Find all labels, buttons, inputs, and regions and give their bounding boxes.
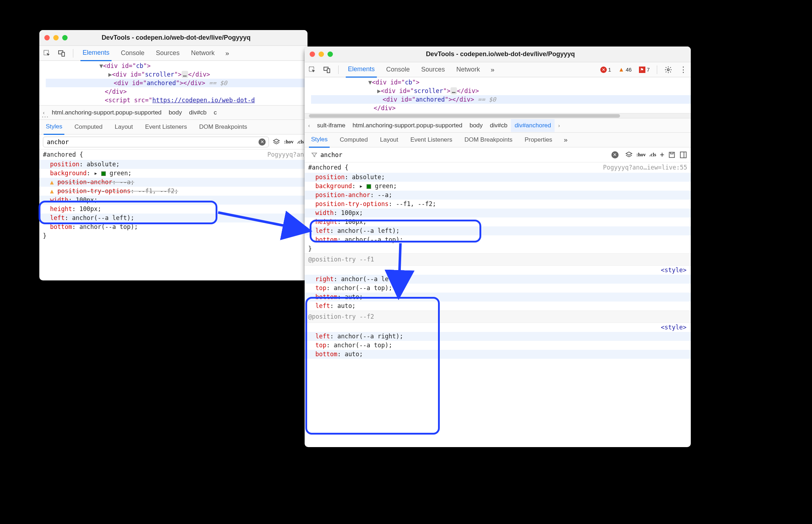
minimize-icon[interactable] xyxy=(53,35,59,40)
titlebar[interactable]: DevTools - codepen.io/web-dot-dev/live/P… xyxy=(39,30,307,46)
filter-input[interactable]: ✕ xyxy=(308,150,621,160)
svg-rect-7 xyxy=(669,152,675,157)
subtab-layout[interactable]: Layout xyxy=(378,133,400,147)
styles-tabbar: Styles Computed Layout Event Listeners D… xyxy=(39,119,307,134)
selected-node[interactable]: <div id="anchored"></div> == $0 xyxy=(311,95,691,104)
issues-badge[interactable]: ⚑7 xyxy=(639,67,650,73)
inspect-icon[interactable] xyxy=(43,49,51,57)
more-tabs-icon[interactable]: » xyxy=(224,49,231,57)
position-try-header[interactable]: @position-try --f2 xyxy=(305,310,691,323)
cls-button[interactable]: .cls xyxy=(297,139,304,145)
ellipsis-icon: ⋯ xyxy=(41,112,49,121)
clear-filter-icon[interactable]: ✕ xyxy=(611,151,619,158)
new-rule-icon[interactable]: + xyxy=(660,150,664,160)
color-swatch-icon[interactable] xyxy=(366,184,371,189)
filter-row: ✕ :hov .cls xyxy=(39,134,307,150)
breadcrumb[interactable]: ‹ html.anchoring-support.popup-supported… xyxy=(39,105,307,119)
horizontal-scrollbar[interactable] xyxy=(305,113,691,118)
window-title: DevTools - codepen.io/web-dot-dev/live/P… xyxy=(68,34,285,41)
subtab-event-listeners[interactable]: Event Listeners xyxy=(143,120,189,134)
devtools-window-after: DevTools - codepen.io/web-dot-dev/live/P… xyxy=(305,46,691,447)
computed-panel-icon[interactable] xyxy=(679,151,687,159)
more-subtabs-icon[interactable]: » xyxy=(562,136,569,144)
svg-rect-2 xyxy=(62,52,64,56)
clear-filter-icon[interactable]: ✕ xyxy=(259,138,266,146)
inspect-icon[interactable] xyxy=(308,66,316,74)
styles-pane[interactable]: #anchored {Pogyyyq?ano…iew=live:55 posit… xyxy=(305,162,691,359)
chevron-right-icon[interactable]: › xyxy=(555,123,564,128)
subtab-dom-breakpoints[interactable]: DOM Breakpoints xyxy=(197,120,249,134)
more-tabs-icon[interactable]: » xyxy=(489,66,496,74)
kebab-icon[interactable]: ⋮ xyxy=(679,65,687,74)
selected-node[interactable]: <div id="anchored"></div> == $0 xyxy=(46,79,307,87)
filter-icon xyxy=(311,152,318,158)
elements-tree[interactable]: ▼<div id="cb"> ▶<div id="scroller">…</di… xyxy=(305,77,691,113)
minimize-icon[interactable] xyxy=(319,52,324,57)
chevron-left-icon[interactable]: ‹ xyxy=(305,123,314,128)
tab-elements[interactable]: Elements xyxy=(80,45,112,61)
filter-text[interactable] xyxy=(46,138,256,146)
main-toolbar: Elements Console Sources Network » xyxy=(39,46,307,61)
filter-row: ✕ :hov .cls + xyxy=(305,147,691,162)
styles-tabbar: Styles Computed Layout Event Listeners D… xyxy=(305,132,691,147)
style-source-link[interactable]: <style> xyxy=(305,323,691,332)
titlebar[interactable]: DevTools - codepen.io/web-dot-dev/live/P… xyxy=(305,46,691,62)
tab-sources[interactable]: Sources xyxy=(419,62,447,77)
subtab-styles[interactable]: Styles xyxy=(309,132,330,148)
maximize-icon[interactable] xyxy=(328,52,333,57)
errors-badge[interactable]: ✕1 xyxy=(600,67,611,73)
hov-button[interactable]: :hov xyxy=(636,152,646,158)
devtools-window-before: DevTools - codepen.io/web-dot-dev/live/P… xyxy=(39,30,307,280)
subtab-computed[interactable]: Computed xyxy=(72,120,104,134)
main-toolbar: Elements Console Sources Network » ✕1 ▲4… xyxy=(305,62,691,77)
close-brace: } xyxy=(39,231,307,240)
subtab-computed[interactable]: Computed xyxy=(338,133,370,147)
subtab-styles[interactable]: Styles xyxy=(44,119,64,135)
warnings-badge[interactable]: ▲46 xyxy=(618,66,632,73)
svg-point-6 xyxy=(667,69,669,71)
css-selector[interactable]: #anchored { xyxy=(308,163,349,172)
source-link[interactable]: Pogyyyq?an xyxy=(267,150,304,159)
css-selector[interactable]: #anchored { xyxy=(43,150,83,159)
cls-button[interactable]: .cls xyxy=(649,152,656,158)
close-icon[interactable] xyxy=(44,35,50,40)
subtab-dom-breakpoints[interactable]: DOM Breakpoints xyxy=(462,133,515,147)
subtab-layout[interactable]: Layout xyxy=(113,120,135,134)
style-source-link[interactable]: <style> xyxy=(305,266,691,275)
tab-console[interactable]: Console xyxy=(384,62,412,77)
close-icon[interactable] xyxy=(310,52,315,57)
color-swatch-icon[interactable] xyxy=(101,171,106,176)
device-toggle-icon[interactable] xyxy=(58,49,66,57)
svg-rect-5 xyxy=(327,69,330,73)
elements-tree[interactable]: ▼<div id="cb"> ▶<div id="scroller">…</di… xyxy=(39,61,307,105)
window-title: DevTools - codepen.io/web-dot-dev/live/P… xyxy=(333,50,668,58)
svg-rect-8 xyxy=(680,152,686,158)
source-link[interactable]: Pogyyyq?ano…iew=live:55 xyxy=(603,163,687,172)
save-icon[interactable] xyxy=(668,151,676,159)
tab-network[interactable]: Network xyxy=(454,62,482,77)
subtab-properties[interactable]: Properties xyxy=(522,133,554,147)
filter-input[interactable]: ✕ xyxy=(43,137,269,147)
warning-icon: ▲ xyxy=(50,187,54,195)
maximize-icon[interactable] xyxy=(62,35,68,40)
tab-console[interactable]: Console xyxy=(119,46,147,60)
layers-icon[interactable] xyxy=(272,138,280,146)
close-brace: } xyxy=(305,244,691,253)
tab-sources[interactable]: Sources xyxy=(154,46,182,60)
device-toggle-icon[interactable] xyxy=(323,66,331,74)
subtab-event-listeners[interactable]: Event Listeners xyxy=(408,133,454,147)
warning-icon: ▲ xyxy=(50,178,54,186)
layers-icon[interactable] xyxy=(625,151,633,159)
hov-button[interactable]: :hov xyxy=(284,139,293,145)
styles-pane[interactable]: #anchored {Pogyyyq?an position: absolute… xyxy=(39,150,307,240)
tab-elements[interactable]: Elements xyxy=(346,62,377,78)
breadcrumb[interactable]: ‹ sult-iframe html.anchoring-support.pop… xyxy=(305,118,691,132)
gear-icon[interactable] xyxy=(664,66,672,74)
tab-network[interactable]: Network xyxy=(189,46,217,60)
position-try-header[interactable]: @position-try --f1 xyxy=(305,253,691,266)
filter-text[interactable] xyxy=(320,151,609,159)
